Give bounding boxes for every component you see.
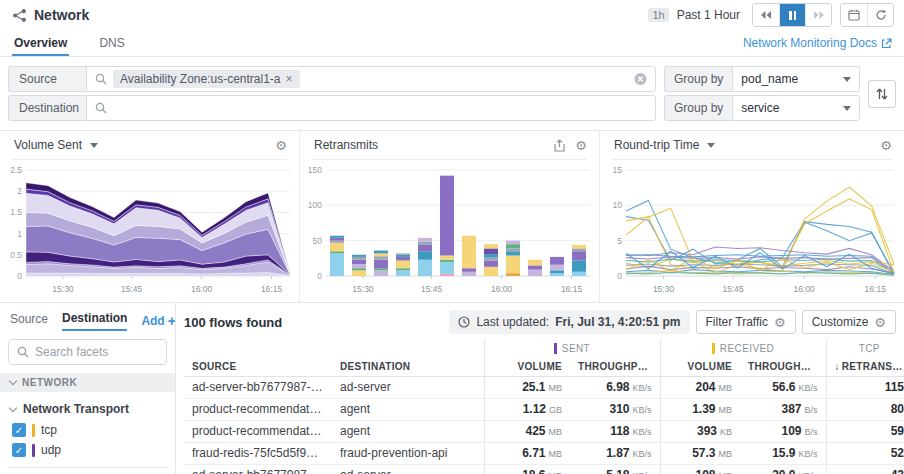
metric-cell: 108MB bbox=[660, 464, 740, 474]
facet-section-network[interactable]: NETWORK bbox=[0, 373, 175, 392]
column-header-sent-volume[interactable]: VOLUME bbox=[484, 357, 570, 376]
table-row[interactable]: product-recommendation-5d768d9...agent42… bbox=[184, 420, 904, 442]
volume-sent-chart[interactable]: 00.511.522.515:3015:4516:0016:15 bbox=[0, 160, 298, 298]
facet-item-tcp[interactable]: ✓tcp bbox=[12, 423, 167, 437]
source-search-input[interactable]: Availability Zone:us-central1-a × bbox=[86, 66, 656, 92]
export-icon[interactable] bbox=[554, 139, 565, 152]
calendar-button[interactable] bbox=[841, 4, 867, 26]
facet-item-label: tcp bbox=[41, 423, 57, 437]
customize-button[interactable]: Customize ⚙ bbox=[802, 310, 896, 334]
facet-item-label: udp bbox=[41, 443, 61, 457]
facet-tab-source[interactable]: Source bbox=[10, 312, 48, 330]
group-header-tcp: TCP bbox=[826, 339, 904, 357]
table-row[interactable]: ad-server-bb7677987-lfsqgad-server18.6MB… bbox=[184, 464, 904, 474]
round-trip-time-chart[interactable]: 05101515:3015:4516:0016:15 bbox=[600, 160, 902, 298]
svg-text:0: 0 bbox=[617, 271, 622, 281]
source-cell[interactable]: ad-server-bb7677987-2ml9q bbox=[184, 376, 332, 398]
metric-cell: 18.6MB bbox=[484, 464, 570, 474]
clear-source-filter-button[interactable] bbox=[634, 73, 647, 86]
tab-dns[interactable]: DNS bbox=[97, 32, 126, 56]
time-backward-button[interactable] bbox=[753, 4, 779, 26]
round-trip-time-title[interactable]: Round-trip Time bbox=[614, 138, 699, 152]
refresh-button[interactable] bbox=[867, 4, 893, 26]
chevron-down-icon bbox=[9, 377, 17, 385]
metric-cell: 6.98KB/s bbox=[570, 376, 660, 398]
last-updated-chip: Last updated: Fri, Jul 31, 4:20:51 pm bbox=[449, 310, 689, 334]
gear-icon[interactable]: ⚙ bbox=[575, 139, 587, 152]
tab-bar: Overview DNS Network Monitoring Docs bbox=[0, 30, 904, 57]
svg-text:50: 50 bbox=[313, 236, 323, 246]
metric-cell: 6.71MB bbox=[484, 442, 570, 464]
time-range-label[interactable]: Past 1 Hour bbox=[677, 8, 740, 22]
swap-source-destination-button[interactable] bbox=[868, 80, 896, 108]
external-link-icon bbox=[881, 38, 892, 49]
volume-sent-title[interactable]: Volume Sent bbox=[14, 138, 82, 152]
source-cell[interactable]: ad-server-bb7677987-lfsqg bbox=[184, 464, 332, 474]
destination-groupby-label: Group by bbox=[664, 95, 732, 121]
checkbox[interactable]: ✓ bbox=[12, 423, 26, 437]
flows-count: 100 flows found bbox=[184, 315, 282, 330]
metric-cell: 109B/s bbox=[740, 420, 826, 442]
metric-cell: 5.18KB/s bbox=[570, 464, 660, 474]
facet-group-title[interactable]: Network Transport bbox=[10, 402, 167, 416]
destination-cell[interactable]: ad-server bbox=[332, 376, 484, 398]
pill-remove-icon[interactable]: × bbox=[286, 72, 293, 86]
add-facet-button[interactable]: Add + bbox=[141, 313, 176, 329]
svg-text:0: 0 bbox=[317, 271, 322, 281]
column-header-source[interactable]: SOURCE bbox=[184, 357, 332, 376]
chevron-down-icon bbox=[843, 106, 851, 111]
source-cell[interactable]: product-recommendation-5d768d9... bbox=[184, 398, 332, 420]
metric-cell: 1.87KB/s bbox=[570, 442, 660, 464]
svg-text:0.5: 0.5 bbox=[10, 250, 22, 260]
column-header-sent-throughput[interactable]: THROUGHPUT bbox=[570, 357, 660, 376]
gear-icon[interactable]: ⚙ bbox=[275, 139, 287, 152]
group-header-received: RECEIVED bbox=[660, 339, 826, 357]
facet-color-bar bbox=[32, 444, 35, 457]
table-row[interactable]: product-recommendation-5d768d9...agent1.… bbox=[184, 398, 904, 420]
docs-link[interactable]: Network Monitoring Docs bbox=[743, 36, 892, 56]
table-row[interactable]: fraud-redis-75fc5d5f96-58lrmfraud-preven… bbox=[184, 442, 904, 464]
svg-text:15:45: 15:45 bbox=[723, 284, 745, 294]
column-header-recv-throughput[interactable]: THROUGHPUT bbox=[740, 357, 826, 376]
destination-cell[interactable]: agent bbox=[332, 398, 484, 420]
destination-cell[interactable]: agent bbox=[332, 420, 484, 442]
page-title: Network bbox=[34, 7, 89, 23]
facet-search-input[interactable] bbox=[35, 345, 145, 359]
checkbox[interactable]: ✓ bbox=[12, 443, 26, 457]
filter-traffic-button[interactable]: Filter Traffic ⚙ bbox=[696, 310, 796, 334]
chevron-down-icon[interactable] bbox=[90, 143, 98, 148]
tab-overview[interactable]: Overview bbox=[12, 32, 69, 56]
time-shift-button-group bbox=[752, 3, 832, 27]
destination-cell[interactable]: fraud-prevention-api bbox=[332, 442, 484, 464]
metric-cell: 52 bbox=[826, 442, 904, 464]
column-header-retransmits[interactable]: ↓RETRANSMITS bbox=[826, 357, 904, 376]
column-header-destination[interactable]: DESTINATION bbox=[332, 357, 484, 376]
metric-cell: 310KB/s bbox=[570, 398, 660, 420]
gear-icon[interactable]: ⚙ bbox=[880, 139, 892, 152]
pause-button[interactable] bbox=[779, 4, 805, 26]
facet-item-udp[interactable]: ✓udp bbox=[12, 443, 167, 457]
svg-text:15:30: 15:30 bbox=[52, 284, 74, 294]
metric-cell: 393KB bbox=[660, 420, 740, 442]
destination-cell[interactable]: ad-server bbox=[332, 464, 484, 474]
source-cell[interactable]: fraud-redis-75fc5d5f96-58lrm bbox=[184, 442, 332, 464]
time-forward-button[interactable] bbox=[805, 4, 831, 26]
destination-search-input[interactable] bbox=[86, 95, 656, 121]
retransmits-chart[interactable]: 05010015015:3015:4516:0016:15 bbox=[300, 160, 598, 298]
gear-icon: ⚙ bbox=[774, 316, 786, 329]
chevron-down-icon[interactable] bbox=[707, 143, 715, 148]
flows-panel: 100 flows found Last updated: Fri, Jul 3… bbox=[176, 303, 904, 474]
metric-cell: 25.1MB bbox=[484, 376, 570, 398]
source-cell[interactable]: product-recommendation-5d768d9... bbox=[184, 420, 332, 442]
svg-text:100: 100 bbox=[308, 200, 322, 210]
metric-cell: 1.12GB bbox=[484, 398, 570, 420]
source-filter-pill[interactable]: Availability Zone:us-central1-a × bbox=[113, 70, 300, 88]
facet-tab-destination[interactable]: Destination bbox=[62, 311, 127, 331]
divider bbox=[8, 467, 169, 468]
table-row[interactable]: ad-server-bb7677987-2ml9qad-server25.1MB… bbox=[184, 376, 904, 398]
bottom-section: Source Destination Add + NETWORK Network… bbox=[0, 303, 904, 474]
column-header-recv-volume[interactable]: VOLUME bbox=[660, 357, 740, 376]
destination-groupby-select[interactable]: service bbox=[732, 95, 860, 121]
pause-icon bbox=[789, 11, 796, 20]
source-groupby-select[interactable]: pod_name bbox=[732, 66, 860, 92]
